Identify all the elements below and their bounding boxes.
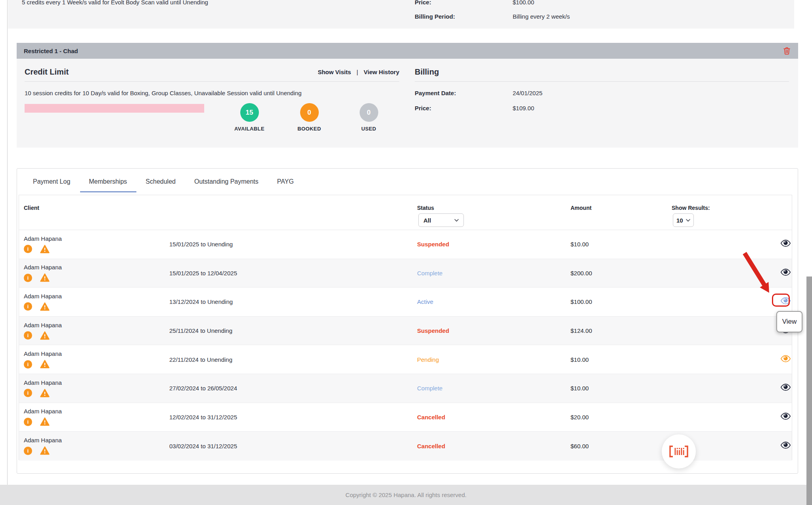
- info-icon[interactable]: i: [24, 418, 32, 426]
- payment-date-value: 24/01/2025: [513, 90, 542, 96]
- membership-period: 12/02/2024 to 31/12/2025: [169, 414, 417, 421]
- membership-card-header: Restricted 1 - Chad: [17, 43, 798, 59]
- view-eye-icon[interactable]: [780, 268, 791, 277]
- membership-amount: $200.00: [571, 270, 779, 277]
- membership-amount: $124.00: [571, 327, 779, 334]
- vertical-scrollbar[interactable]: [806, 277, 812, 505]
- view-eye-icon[interactable]: [780, 355, 791, 363]
- membership-period: 27/02/2024 to 26/05/2024: [169, 385, 417, 392]
- tab-payg[interactable]: PAYG: [277, 169, 294, 195]
- client-name[interactable]: Adam Hapana: [24, 408, 169, 415]
- view-eye-icon[interactable]: [780, 239, 791, 248]
- barcode-icon: [668, 445, 689, 458]
- status-filter-select[interactable]: All: [418, 213, 464, 227]
- membership-period: 15/01/2025 to 12/04/2025: [169, 270, 417, 277]
- credit-limit-section: Credit Limit Show Visits | View History …: [25, 59, 399, 148]
- tab-scheduled[interactable]: Scheduled: [146, 169, 176, 195]
- billing-price-label: Price:: [415, 105, 513, 111]
- client-name[interactable]: Adam Hapana: [24, 322, 169, 328]
- billing-period-value: Billing every 2 week/s: [513, 13, 570, 20]
- tab-label: Payment Log: [33, 178, 70, 185]
- info-icon[interactable]: i: [24, 331, 32, 340]
- credit-stat-label: AVAILABLE: [234, 126, 264, 132]
- table-row: Adam Hapana i 27/02/2024 to 26/05/2024 C…: [19, 374, 792, 403]
- view-tooltip-label: View: [782, 318, 797, 326]
- billing-section: Billing Payment Date: 24/01/2025 Price: …: [415, 59, 789, 148]
- tab-label: PAYG: [277, 178, 294, 185]
- credit-stat-value: 15: [240, 103, 259, 122]
- membership-period: 22/11/2024 to Unending: [169, 356, 417, 363]
- membership-status-badge: Cancelled: [417, 443, 571, 449]
- view-eye-icon[interactable]: [780, 441, 791, 449]
- membership-status-badge: Suspended: [417, 327, 571, 334]
- membership-amount: $10.00: [571, 385, 779, 392]
- membership-amount: $20.00: [571, 414, 779, 421]
- warning-icon[interactable]: [40, 389, 50, 397]
- view-tooltip: View: [776, 311, 802, 332]
- show-visits-link[interactable]: Show Visits: [318, 69, 351, 75]
- membership-title: Restricted 1 - Chad: [24, 48, 782, 54]
- info-icon[interactable]: i: [24, 389, 32, 397]
- info-icon[interactable]: i: [24, 447, 32, 455]
- status-filter-value: All: [423, 217, 431, 224]
- page-left-edge: [7, 0, 8, 485]
- membership-status-badge: Complete: [417, 270, 571, 277]
- previous-membership-description: 5 credits every 1 Week/s valid for Evolt…: [22, 0, 208, 6]
- view-eye-icon[interactable]: [780, 297, 791, 305]
- trash-icon: [783, 46, 791, 55]
- credit-stat-used: 0 USED: [345, 103, 393, 132]
- credit-stat-available: 15 AVAILABLE: [225, 103, 274, 132]
- credit-progress-bar: [25, 104, 204, 113]
- client-name[interactable]: Adam Hapana: [24, 235, 169, 242]
- warning-icon[interactable]: [40, 331, 50, 340]
- client-name[interactable]: Adam Hapana: [24, 437, 169, 444]
- membership-card: Restricted 1 - Chad Credit Limit Show Vi…: [17, 43, 798, 148]
- credit-stat-value: 0: [360, 103, 378, 122]
- billing-price-value: $109.00: [513, 105, 534, 111]
- warning-icon[interactable]: [40, 245, 50, 253]
- billing-heading: Billing: [415, 67, 439, 77]
- warning-icon[interactable]: [40, 417, 50, 426]
- credit-limit-heading: Credit Limit: [25, 67, 69, 77]
- client-name[interactable]: Adam Hapana: [24, 264, 169, 271]
- membership-amount: $10.00: [571, 356, 779, 363]
- info-icon[interactable]: i: [24, 245, 32, 253]
- membership-card-body: Credit Limit Show Visits | View History …: [17, 59, 798, 148]
- table-row: Adam Hapana i 15/01/2025 to Unending Sus…: [19, 230, 792, 259]
- warning-icon[interactable]: [40, 302, 50, 311]
- table-body: Adam Hapana i 15/01/2025 to Unending Sus…: [19, 230, 792, 461]
- tab-payment-log[interactable]: Payment Log: [33, 169, 70, 195]
- membership-period: 13/12/2024 to Unending: [169, 298, 417, 305]
- membership-status-badge: Cancelled: [417, 414, 571, 421]
- billing-period-label: Billing Period:: [415, 13, 455, 20]
- client-column-header: Client: [24, 205, 39, 211]
- view-eye-icon[interactable]: [780, 383, 791, 392]
- info-icon[interactable]: i: [24, 302, 32, 311]
- warning-icon[interactable]: [40, 360, 50, 369]
- warning-icon[interactable]: [40, 273, 50, 282]
- warning-icon[interactable]: [40, 446, 50, 455]
- info-icon[interactable]: i: [24, 360, 32, 369]
- show-results-select[interactable]: 10: [673, 213, 694, 227]
- status-column-header: Status: [417, 205, 434, 211]
- price-value: $100.00: [513, 0, 534, 6]
- chevron-down-icon: [686, 219, 690, 222]
- tab-memberships[interactable]: Memberships: [89, 169, 127, 195]
- tab-label: Outstanding Payments: [194, 178, 259, 185]
- links-separator: |: [356, 69, 358, 75]
- barcode-scan-button[interactable]: [662, 434, 696, 469]
- tab-outstanding-payments[interactable]: Outstanding Payments: [194, 169, 259, 195]
- view-history-link[interactable]: View History: [364, 69, 399, 75]
- view-eye-icon[interactable]: [780, 412, 791, 421]
- table-row: Adam Hapana i 25/11/2024 to Unending Sus…: [19, 317, 792, 346]
- copyright-text: Copyright © 2025 Hapana. All rights rese…: [345, 492, 466, 498]
- table-row: Adam Hapana i 12/02/2024 to 31/12/2025 C…: [19, 403, 792, 432]
- info-icon[interactable]: i: [24, 274, 32, 282]
- credit-stat-booked: 0 BOOKED: [285, 103, 333, 132]
- delete-membership-button[interactable]: [782, 46, 791, 55]
- client-name[interactable]: Adam Hapana: [24, 379, 169, 386]
- client-name[interactable]: Adam Hapana: [24, 293, 169, 300]
- table-row: Adam Hapana i 22/11/2024 to Unending Pen…: [19, 345, 792, 374]
- client-name[interactable]: Adam Hapana: [24, 350, 169, 357]
- table-row: Adam Hapana i 15/01/2025 to 12/04/2025 C…: [19, 259, 792, 288]
